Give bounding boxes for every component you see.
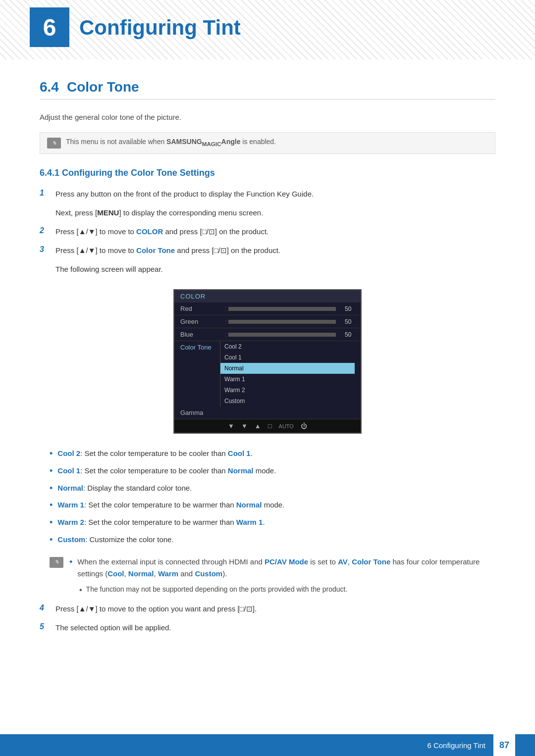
monitor-blue-label: Blue	[180, 331, 220, 338]
monitor-green-bar-container: :	[225, 318, 336, 325]
monitor-btn-auto: AUTO	[279, 423, 294, 429]
step-5: 5 The selected option will be applied.	[40, 622, 495, 634]
monitor-red-val: 50	[345, 305, 355, 312]
bullet-dot-6: •	[50, 533, 53, 547]
step-2-number: 2	[40, 226, 49, 235]
page-footer: 6 Configuring Tint 87	[0, 734, 535, 756]
bullet-list: • Cool 2: Set the color temperature to b…	[50, 448, 495, 547]
step-4-number: 4	[40, 604, 49, 612]
bullet-warm2: • Warm 2: Set the color temperature to b…	[50, 516, 495, 530]
monitor-screen: COLOR Red : 50 Green : 50	[173, 289, 362, 434]
chapter-title: Configuring Tint	[79, 16, 241, 40]
dropdown-cool2: Cool 2	[220, 341, 355, 352]
dropdown-cool1: Cool 1	[220, 352, 355, 363]
bullet-custom: • Custom: Customize the color tone.	[50, 534, 495, 547]
footer-text: 6 Configuring Tint	[427, 741, 485, 750]
step-1-sub: Next, press [MENU] to display the corres…	[55, 207, 495, 219]
bullet-warm2-text: Warm 2: Set the color temperature to be …	[57, 516, 265, 528]
note-icon: ✎	[47, 138, 61, 149]
note-inline-sub-text: The function may not be supported depend…	[86, 584, 348, 595]
subsection-title: Configuring the Color Tone Settings	[62, 168, 215, 178]
monitor-btn-down1: ▼	[228, 422, 234, 430]
note-inline-line1: • When the external input is connected t…	[69, 556, 495, 580]
chapter-badge: 6	[30, 7, 69, 47]
bullet-warm1-text: Warm 1: Set the color temperature to be …	[57, 499, 284, 511]
step-2: 2 Press [▲/▼] to move to COLOR and press…	[40, 226, 495, 238]
bullet-dot-5: •	[50, 515, 53, 530]
note-box: ✎ This menu is not available when SAMSUN…	[40, 132, 495, 154]
intro-text: Adjust the general color tone of the pic…	[40, 111, 495, 123]
bullet-custom-text: Custom: Customize the color tone.	[57, 534, 173, 546]
step-2-text: Press [▲/▼] to move to COLOR and press […	[55, 226, 268, 238]
bullet-normal-text: Normal: Display the standard color tone.	[57, 482, 192, 494]
monitor-green-label: Green	[180, 318, 220, 325]
step-3-text: Press [▲/▼] to move to Color Tone and pr…	[55, 245, 280, 256]
step-4: 4 Press [▲/▼] to move to the option you …	[40, 603, 495, 615]
monitor-title-bar: COLOR	[174, 290, 361, 302]
dropdown-warm2: Warm 2	[220, 385, 355, 396]
subsection-number: 6.4.1	[40, 168, 59, 178]
note-inline: ✎ • When the external input is connected…	[50, 556, 495, 597]
subsection-heading: 6.4.1 Configuring the Color Tone Setting…	[40, 168, 495, 178]
monitor-blue-val: 50	[345, 331, 355, 338]
note-inline-sub: • The function may not be supported depe…	[79, 584, 495, 597]
step-3-number: 3	[40, 245, 49, 254]
monitor-btn-down2: ▼	[241, 422, 248, 430]
monitor-gamma-label: Gamma	[180, 409, 220, 416]
monitor-btn-select: □	[268, 422, 272, 430]
monitor-btn-power: ⏻	[301, 422, 307, 430]
main-content: 6.4Color Tone Adjust the general color t…	[0, 59, 535, 670]
footer-page-number: 87	[493, 734, 515, 756]
step-3-sub: The following screen will appear.	[55, 263, 495, 275]
note-inline-text1: When the external input is connected thr…	[77, 556, 495, 580]
bullet-dot-1: •	[50, 447, 53, 461]
bullet-cool1: • Cool 1: Set the color temperature to b…	[50, 465, 495, 478]
monitor-colortone-row: Color Tone Cool 2 Cool 1 Normal Warm 1 W…	[174, 341, 361, 406]
bullet-dot-2: •	[50, 464, 53, 478]
bullet-cool2-text: Cool 2: Set the color temperature to be …	[57, 448, 253, 459]
step-1-text: Press any button on the front of the pro…	[55, 188, 314, 200]
monitor-red-row: Red : 50	[174, 302, 361, 315]
step-3: 3 Press [▲/▼] to move to Color Tone and …	[40, 245, 495, 256]
section-title: Color Tone	[67, 79, 139, 95]
step-1-number: 1	[40, 189, 49, 198]
step-5-text: The selected option will be applied.	[55, 622, 171, 634]
monitor-blue-bar-container: :	[225, 331, 336, 338]
bullet-cool2: • Cool 2: Set the color temperature to b…	[50, 448, 495, 461]
monitor-red-bar-container: :	[225, 305, 336, 312]
monitor-btn-up: ▲	[255, 422, 261, 430]
dropdown-normal: Normal	[220, 363, 355, 374]
dropdown-custom: Custom	[220, 396, 355, 406]
monitor-colortone-label: Color Tone	[180, 341, 220, 406]
monitor-container: COLOR Red : 50 Green : 50	[40, 289, 495, 434]
monitor-gamma-row: Gamma	[174, 406, 361, 419]
monitor-red-label: Red	[180, 305, 220, 312]
monitor-blue-bar	[228, 333, 336, 337]
step-5-number: 5	[40, 622, 49, 631]
bullet-normal: • Normal: Display the standard color ton…	[50, 482, 495, 496]
monitor-green-bar	[228, 320, 336, 324]
bullet-warm1: • Warm 1: Set the color temperature to b…	[50, 499, 495, 512]
note-inline-icon: ✎	[50, 557, 63, 568]
monitor-dropdown: Cool 2 Cool 1 Normal Warm 1 Warm 2 Custo…	[220, 341, 355, 406]
monitor-green-val: 50	[345, 318, 355, 325]
monitor-red-bar	[228, 307, 336, 311]
monitor-bottom-bar: ▼ ▼ ▲ □ AUTO ⏻	[174, 419, 361, 433]
section-number: 6.4	[40, 79, 59, 95]
section-heading: 6.4Color Tone	[40, 79, 495, 100]
bullet-cool1-text: Cool 1: Set the color temperature to be …	[57, 465, 276, 477]
chapter-number: 6	[43, 14, 56, 41]
step-4-text: Press [▲/▼] to move to the option you wa…	[55, 603, 257, 615]
note-inline-sub-dot: •	[79, 584, 82, 597]
bullet-dot-4: •	[50, 498, 53, 512]
step-1: 1 Press any button on the front of the p…	[40, 188, 495, 200]
dropdown-warm1: Warm 1	[220, 374, 355, 385]
note-text: This menu is not available when SAMSUNGM…	[66, 138, 276, 147]
note-inline-dot: •	[69, 555, 72, 569]
note-inline-content: • When the external input is connected t…	[69, 556, 495, 597]
bullet-dot-3: •	[50, 481, 53, 496]
monitor-blue-row: Blue : 50	[174, 328, 361, 341]
page-header: 6 Configuring Tint	[0, 0, 535, 59]
monitor-green-row: Green : 50	[174, 315, 361, 328]
